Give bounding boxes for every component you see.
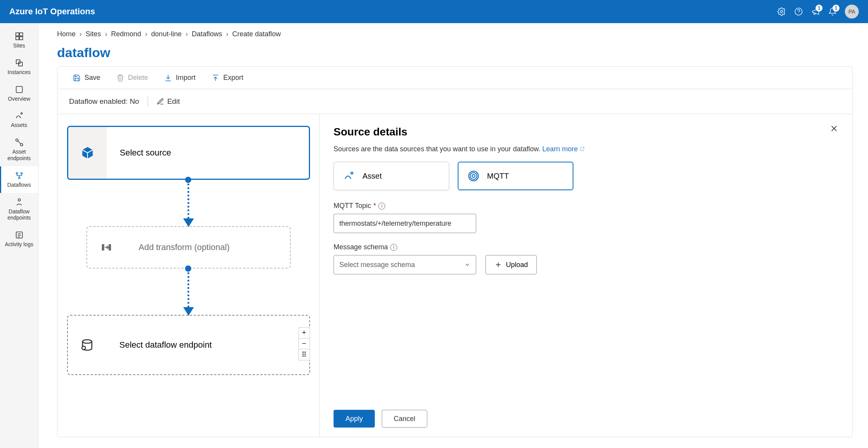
endpoint-icon bbox=[80, 338, 94, 352]
schema-select[interactable]: Select message schema bbox=[334, 255, 476, 274]
rail-label: Dataflows bbox=[7, 182, 31, 188]
rail-item-dataflow-endpoints[interactable]: Dataflow endpoints bbox=[0, 193, 38, 226]
close-details-button[interactable] bbox=[830, 124, 838, 134]
activity-logs-icon bbox=[15, 230, 24, 240]
canvas: Select source Add transform (optional) bbox=[57, 114, 320, 437]
connector-2 bbox=[187, 269, 189, 315]
details-actions: Apply Cancel bbox=[334, 410, 837, 428]
pan-button[interactable]: ⠿ bbox=[299, 349, 310, 360]
assets-icon bbox=[15, 111, 24, 120]
cube-icon bbox=[81, 146, 94, 160]
source-option-mqtt[interactable]: MQTT bbox=[458, 162, 573, 190]
delete-label: Delete bbox=[128, 74, 148, 82]
rail-item-instances[interactable]: Instances bbox=[0, 54, 38, 80]
rail-label: Overview bbox=[8, 96, 30, 102]
svg-point-16 bbox=[18, 199, 20, 201]
rail-item-activity-logs[interactable]: Activity logs bbox=[0, 226, 38, 252]
svg-rect-6 bbox=[20, 37, 23, 40]
rail-label: Sites bbox=[13, 42, 25, 49]
svg-rect-19 bbox=[109, 245, 111, 250]
svg-point-10 bbox=[21, 113, 22, 114]
details-title: Source details bbox=[334, 126, 837, 138]
rail-label: Instances bbox=[8, 69, 31, 76]
crumb-dataflows[interactable]: Dataflows bbox=[192, 30, 222, 38]
svg-point-24 bbox=[351, 172, 353, 174]
zoom-out-button[interactable]: − bbox=[299, 338, 310, 349]
external-link-icon bbox=[580, 146, 585, 152]
feedback-badge: 1 bbox=[816, 5, 822, 12]
crumb-redmond[interactable]: Redmond bbox=[111, 30, 141, 38]
svg-point-20 bbox=[83, 340, 92, 343]
crumb-current: Create dataflow bbox=[232, 30, 281, 38]
export-label: Export bbox=[223, 74, 243, 82]
status-edit-link[interactable]: Edit bbox=[157, 97, 180, 106]
sites-icon bbox=[15, 32, 24, 41]
rail-item-assets[interactable]: Assets bbox=[0, 107, 38, 133]
svg-point-1 bbox=[795, 8, 802, 15]
save-label: Save bbox=[84, 74, 100, 82]
notifications-button[interactable]: 1 bbox=[824, 3, 841, 20]
node-select-source[interactable]: Select source bbox=[67, 126, 310, 180]
crumb-home[interactable]: Home bbox=[57, 30, 76, 38]
nav-rail: Sites Instances Overview Assets Asset en… bbox=[0, 23, 39, 448]
edit-label: Edit bbox=[167, 97, 180, 106]
connector-1 bbox=[187, 180, 189, 226]
mqtt-topic-input[interactable] bbox=[334, 214, 476, 233]
info-icon[interactable]: i bbox=[378, 203, 385, 210]
rail-label: Asset endpoints bbox=[2, 149, 37, 162]
crumb-sites[interactable]: Sites bbox=[86, 30, 101, 38]
mqtt-icon bbox=[468, 170, 479, 182]
close-icon bbox=[830, 124, 838, 133]
workspace: Select source Add transform (optional) bbox=[57, 114, 852, 437]
import-button[interactable]: Import bbox=[164, 74, 196, 82]
rail-item-overview[interactable]: Overview bbox=[0, 80, 38, 107]
schema-label: Message schema i bbox=[334, 243, 837, 251]
feedback-button[interactable]: 1 bbox=[807, 3, 824, 20]
import-icon bbox=[164, 74, 172, 82]
rail-label: Activity logs bbox=[5, 241, 34, 248]
status-label: Dataflow enabled: No bbox=[69, 97, 139, 106]
cancel-button[interactable]: Cancel bbox=[382, 410, 427, 428]
notifications-badge: 1 bbox=[833, 5, 839, 12]
node-select-endpoint[interactable]: Select dataflow endpoint + − ⠿ bbox=[67, 315, 310, 375]
apply-button[interactable]: Apply bbox=[334, 410, 375, 428]
settings-button[interactable] bbox=[773, 3, 790, 20]
user-avatar[interactable]: PA bbox=[845, 5, 859, 19]
edit-icon bbox=[157, 98, 164, 105]
option-label: Asset bbox=[362, 172, 382, 181]
learn-more-link[interactable]: Learn more bbox=[542, 145, 585, 153]
chevron-down-icon bbox=[464, 262, 470, 268]
plus-icon bbox=[494, 261, 502, 269]
save-button[interactable]: Save bbox=[73, 74, 100, 82]
status-divider bbox=[148, 96, 148, 107]
svg-point-25 bbox=[472, 174, 475, 178]
toolbar: Save Delete Import Export bbox=[57, 67, 852, 89]
svg-point-13 bbox=[16, 172, 18, 174]
status-row: Dataflow enabled: No Edit bbox=[57, 89, 852, 114]
svg-rect-8 bbox=[19, 62, 22, 66]
rail-item-dataflows[interactable]: Dataflows bbox=[0, 166, 38, 193]
zoom-in-button[interactable]: + bbox=[299, 328, 310, 338]
delete-button: Delete bbox=[116, 74, 148, 82]
help-button[interactable] bbox=[790, 3, 807, 20]
export-button[interactable]: Export bbox=[212, 74, 243, 82]
svg-rect-7 bbox=[16, 60, 20, 64]
node-add-transform[interactable]: Add transform (optional) bbox=[86, 226, 291, 269]
svg-rect-4 bbox=[20, 33, 23, 36]
required-marker: * bbox=[373, 202, 376, 210]
gear-icon bbox=[777, 7, 786, 16]
rail-item-asset-endpoints[interactable]: Asset endpoints bbox=[0, 133, 38, 166]
breadcrumbs: Home› Sites› Redmond› donut-line› Datafl… bbox=[57, 30, 853, 38]
source-type-toggle: Asset MQTT bbox=[334, 162, 837, 190]
option-label: MQTT bbox=[487, 172, 509, 181]
svg-rect-9 bbox=[16, 86, 22, 93]
mqtt-topic-label: MQTT Topic * i bbox=[334, 202, 837, 210]
source-option-asset[interactable]: Asset bbox=[334, 162, 449, 190]
rail-item-sites[interactable]: Sites bbox=[0, 27, 38, 54]
crumb-donut-line[interactable]: donut-line bbox=[151, 30, 182, 38]
info-icon[interactable]: i bbox=[390, 244, 397, 251]
product-title: Azure IoT Operations bbox=[9, 7, 95, 17]
svg-point-14 bbox=[21, 172, 22, 174]
upload-button[interactable]: Upload bbox=[485, 255, 537, 274]
node-label: Select dataflow endpoint bbox=[120, 340, 212, 350]
